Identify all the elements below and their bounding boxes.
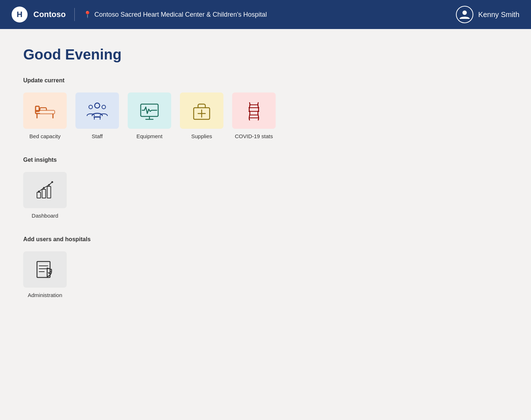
dashboard-icon-box [23,172,67,208]
location-name: Contoso Sacred Heart Medical Center & Ch… [94,11,267,18]
brand-name: Contoso [33,10,66,19]
administration-card[interactable]: Administration [23,251,67,298]
svg-point-29 [48,184,50,186]
svg-point-30 [52,181,53,183]
equipment-icon [138,99,161,122]
equipment-icon-box [128,92,171,129]
main-content: Good Evening Update current [0,29,531,420]
header-left: H Contoso 📍 Contoso Sacred Heart Medical… [12,7,267,22]
svg-rect-24 [37,192,41,198]
update-current-section: Update current [23,77,508,139]
bed-capacity-card[interactable]: Bed capacity [23,92,67,139]
dashboard-label: Dashboard [32,213,58,219]
svg-rect-6 [40,111,54,114]
svg-point-8 [89,105,92,109]
svg-point-27 [38,191,40,193]
staff-icon [86,99,109,122]
equipment-card[interactable]: Equipment [128,92,171,139]
covid-stats-card[interactable]: COVID-19 stats [232,92,276,139]
staff-card[interactable]: Staff [75,92,119,139]
app-header: H Contoso 📍 Contoso Sacred Heart Medical… [0,0,531,29]
header-divider [74,8,75,21]
administration-label: Administration [28,292,62,298]
greeting-heading: Good Evening [23,46,508,63]
add-users-label: Add users and hospitals [23,236,508,243]
svg-rect-25 [42,189,46,198]
bed-capacity-icon [33,99,57,122]
svg-point-0 [462,11,467,15]
supplies-icon [190,99,213,122]
avatar[interactable] [456,6,473,23]
header-right: Kenny Smith [456,6,519,23]
svg-rect-10 [94,116,101,118]
covid-stats-icon [242,99,266,122]
administration-icon-box [23,251,67,288]
logo-badge: H [12,7,28,22]
location-icon: 📍 [83,11,91,18]
administration-icon [33,258,57,281]
supplies-card[interactable]: Supplies [180,92,223,139]
supplies-label: Supplies [191,133,212,139]
equipment-label: Equipment [136,133,162,139]
username-label: Kenny Smith [478,11,519,19]
bed-capacity-icon-box [23,92,67,129]
user-icon [459,9,470,20]
svg-point-7 [95,103,100,108]
location-display: 📍 Contoso Sacred Heart Medical Center & … [83,11,267,18]
get-insights-section: Get insights [23,157,508,219]
get-insights-cards: Dashboard [23,172,508,219]
bed-capacity-label: Bed capacity [29,133,61,139]
get-insights-label: Get insights [23,157,508,163]
update-current-cards: Bed capacity [23,92,508,139]
svg-point-9 [102,105,106,109]
covid-stats-icon-box [232,92,276,129]
svg-rect-31 [37,262,50,277]
svg-point-28 [43,187,45,189]
dashboard-icon [33,178,57,202]
add-users-cards: Administration [23,251,508,298]
update-current-label: Update current [23,77,508,84]
staff-icon-box [75,92,119,129]
staff-label: Staff [92,133,103,139]
covid-stats-label: COVID-19 stats [235,133,273,139]
svg-rect-26 [47,186,51,198]
supplies-icon-box [180,92,223,129]
add-users-section: Add users and hospitals [23,236,508,298]
dashboard-card[interactable]: Dashboard [23,172,67,219]
